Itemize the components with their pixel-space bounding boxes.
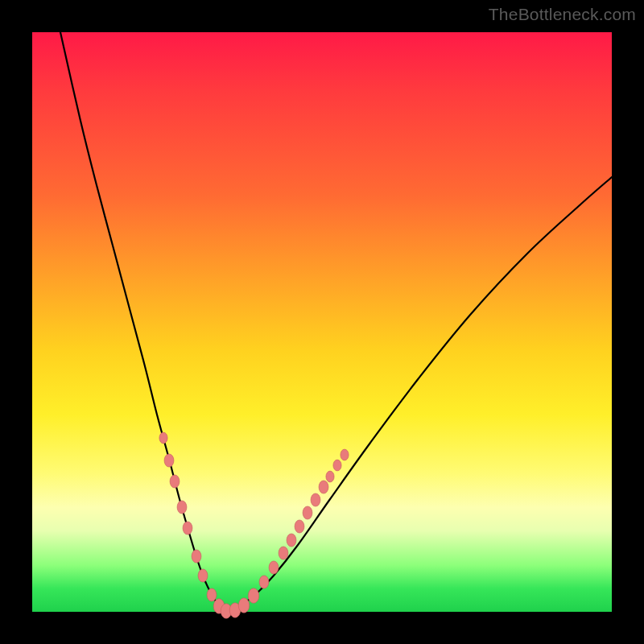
scatter-dot bbox=[333, 460, 341, 471]
scatter-dot bbox=[269, 561, 279, 574]
scatter-dot bbox=[248, 588, 259, 603]
scatter-dot bbox=[198, 569, 208, 582]
scatter-dot bbox=[207, 588, 217, 601]
scatter-dot bbox=[279, 547, 288, 559]
scatter-dot bbox=[341, 449, 349, 460]
scatter-dot bbox=[259, 576, 269, 588]
scatter-dot bbox=[238, 598, 250, 613]
scatter-dot bbox=[326, 471, 334, 482]
scatter-dot bbox=[319, 481, 328, 493]
scatter-dot bbox=[287, 534, 296, 547]
scatter-dot bbox=[295, 520, 304, 533]
scatter-dot bbox=[183, 522, 192, 535]
scatter-dot bbox=[164, 454, 174, 467]
curve-right-branch bbox=[225, 177, 612, 611]
scatter-dot bbox=[192, 550, 201, 563]
scatter-dot bbox=[311, 493, 320, 506]
scatter-dot bbox=[170, 475, 180, 488]
plot-area bbox=[32, 32, 612, 612]
chart-frame: TheBottleneck.com bbox=[0, 0, 644, 644]
watermark-text: TheBottleneck.com bbox=[489, 5, 636, 24]
scatter-dots bbox=[159, 432, 349, 618]
scatter-dot bbox=[303, 506, 312, 519]
curve-left-branch bbox=[60, 32, 225, 611]
scatter-dot bbox=[177, 501, 187, 514]
scatter-dot bbox=[159, 432, 167, 444]
curve-svg bbox=[32, 32, 612, 612]
